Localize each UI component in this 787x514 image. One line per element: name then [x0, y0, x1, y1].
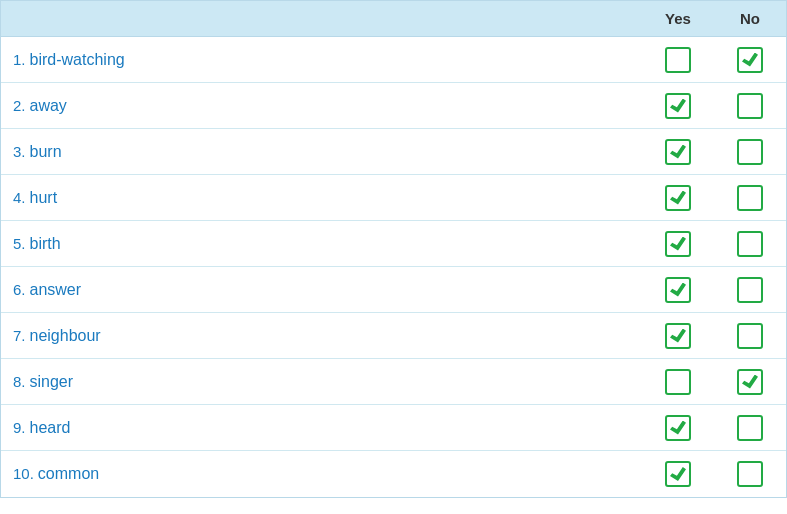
row-word-text: away	[30, 97, 67, 114]
row-number: 2.	[13, 97, 26, 114]
row-yes-cell[interactable]	[642, 369, 714, 395]
yes-checkbox[interactable]	[665, 323, 691, 349]
no-checkbox[interactable]	[737, 277, 763, 303]
row-yes-cell[interactable]	[642, 93, 714, 119]
no-checkbox[interactable]	[737, 185, 763, 211]
row-yes-cell[interactable]	[642, 139, 714, 165]
row-number: 3.	[13, 143, 26, 160]
yes-checkbox[interactable]	[665, 93, 691, 119]
no-checkbox[interactable]	[737, 231, 763, 257]
yes-checkbox[interactable]	[665, 139, 691, 165]
row-word-cell: 5.birth	[1, 235, 642, 253]
no-checkbox[interactable]	[737, 323, 763, 349]
table-row: 1.bird-watching	[1, 37, 786, 83]
row-yes-cell[interactable]	[642, 461, 714, 487]
row-word-cell: 4.hurt	[1, 189, 642, 207]
table-row: 5.birth	[1, 221, 786, 267]
table-row: 10.common	[1, 451, 786, 497]
no-checkbox[interactable]	[737, 93, 763, 119]
no-checkbox[interactable]	[737, 369, 763, 395]
table-body: 1.bird-watching2.away3.burn4.hurt5.birth…	[1, 37, 786, 497]
row-number: 4.	[13, 189, 26, 206]
yes-checkbox[interactable]	[665, 369, 691, 395]
table-row: 3.burn	[1, 129, 786, 175]
row-no-cell[interactable]	[714, 461, 786, 487]
yes-checkbox[interactable]	[665, 185, 691, 211]
row-word-text: bird-watching	[30, 51, 125, 68]
no-checkbox[interactable]	[737, 139, 763, 165]
main-table: Yes No 1.bird-watching2.away3.burn4.hurt…	[0, 0, 787, 498]
table-row: 2.away	[1, 83, 786, 129]
row-word-cell: 9.heard	[1, 419, 642, 437]
yes-checkbox[interactable]	[665, 277, 691, 303]
table-row: 6.answer	[1, 267, 786, 313]
row-yes-cell[interactable]	[642, 185, 714, 211]
row-no-cell[interactable]	[714, 139, 786, 165]
row-word-text: hurt	[30, 189, 58, 206]
row-no-cell[interactable]	[714, 93, 786, 119]
row-no-cell[interactable]	[714, 369, 786, 395]
yes-checkbox[interactable]	[665, 415, 691, 441]
row-no-cell[interactable]	[714, 277, 786, 303]
row-number: 9.	[13, 419, 26, 436]
row-word-cell: 7.neighbour	[1, 327, 642, 345]
no-checkbox[interactable]	[737, 415, 763, 441]
row-word-cell: 6.answer	[1, 281, 642, 299]
row-word-text: common	[38, 465, 99, 482]
row-yes-cell[interactable]	[642, 415, 714, 441]
row-number: 6.	[13, 281, 26, 298]
row-word-cell: 8.singer	[1, 373, 642, 391]
row-word-cell: 2.away	[1, 97, 642, 115]
header-no-col: No	[714, 10, 786, 27]
row-yes-cell[interactable]	[642, 277, 714, 303]
row-word-cell: 3.burn	[1, 143, 642, 161]
table-header: Yes No	[1, 1, 786, 37]
yes-checkbox[interactable]	[665, 47, 691, 73]
yes-checkbox[interactable]	[665, 231, 691, 257]
row-yes-cell[interactable]	[642, 231, 714, 257]
table-row: 8.singer	[1, 359, 786, 405]
row-number: 5.	[13, 235, 26, 252]
row-no-cell[interactable]	[714, 185, 786, 211]
row-no-cell[interactable]	[714, 231, 786, 257]
row-number: 7.	[13, 327, 26, 344]
no-checkbox[interactable]	[737, 47, 763, 73]
row-word-text: heard	[30, 419, 71, 436]
header-yes-col: Yes	[642, 10, 714, 27]
row-word-text: neighbour	[30, 327, 101, 344]
row-number: 8.	[13, 373, 26, 390]
no-checkbox[interactable]	[737, 461, 763, 487]
row-word-text: answer	[30, 281, 82, 298]
row-word-text: burn	[30, 143, 62, 160]
row-word-text: singer	[30, 373, 74, 390]
row-yes-cell[interactable]	[642, 323, 714, 349]
row-no-cell[interactable]	[714, 323, 786, 349]
yes-checkbox[interactable]	[665, 461, 691, 487]
table-row: 9.heard	[1, 405, 786, 451]
row-number: 1.	[13, 51, 26, 68]
row-number: 10.	[13, 465, 34, 482]
row-word-cell: 1.bird-watching	[1, 51, 642, 69]
table-row: 7.neighbour	[1, 313, 786, 359]
row-no-cell[interactable]	[714, 415, 786, 441]
row-no-cell[interactable]	[714, 47, 786, 73]
row-word-cell: 10.common	[1, 465, 642, 483]
row-word-text: birth	[30, 235, 61, 252]
row-yes-cell[interactable]	[642, 47, 714, 73]
table-row: 4.hurt	[1, 175, 786, 221]
